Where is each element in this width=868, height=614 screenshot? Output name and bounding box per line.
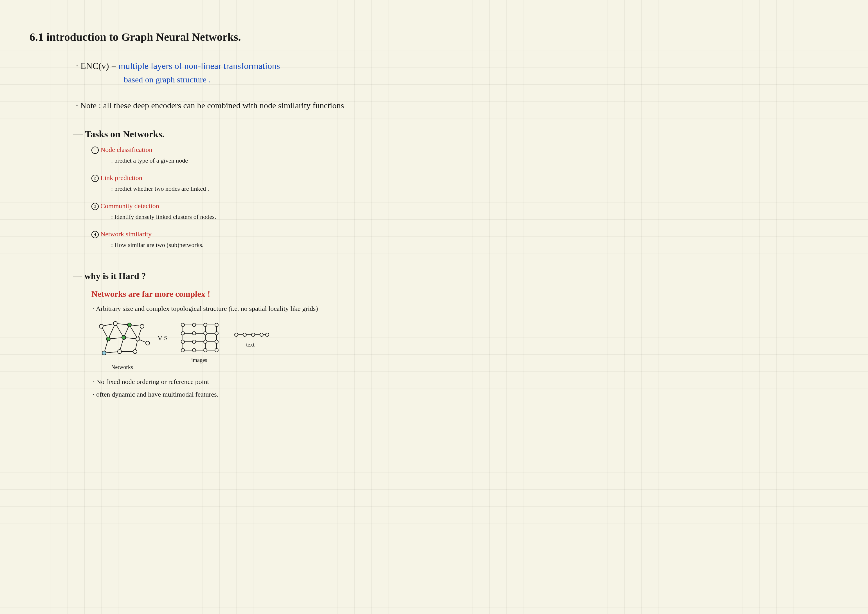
svg-line-5 (115, 324, 124, 338)
svg-point-45 (192, 340, 196, 343)
svg-point-41 (192, 332, 196, 335)
label-text: text (246, 342, 254, 347)
svg-point-39 (215, 323, 218, 327)
task-1: 1Node classification (91, 146, 152, 154)
task-2: 2Link prediction (91, 174, 142, 182)
image-grid-diagram (178, 321, 221, 352)
label-images: images (191, 357, 207, 363)
task-3-desc: : Identify densely linked clusters of no… (111, 214, 216, 220)
vs-label: V S (158, 335, 167, 341)
task-2-title: Link prediction (101, 174, 142, 181)
enc-def-1: multiple layers of non-linear transforma… (118, 61, 280, 71)
svg-point-50 (204, 349, 207, 352)
text-chain-diagram (234, 330, 270, 339)
task-4-title: Network similarity (101, 230, 152, 238)
svg-line-7 (129, 325, 138, 339)
num-circle-4: 4 (91, 231, 99, 238)
task-4: 4Network similarity (91, 231, 152, 238)
svg-point-26 (118, 350, 121, 354)
svg-point-24 (146, 341, 150, 345)
svg-point-47 (215, 340, 218, 343)
num-circle-3: 3 (91, 203, 99, 210)
task-1-desc: : predict a type of a given node (111, 158, 188, 164)
svg-point-22 (122, 336, 126, 340)
hard-bullet-3: · often dynamic and have multimodal feat… (93, 391, 219, 398)
enc-def-2: based on graph structure . (124, 75, 211, 84)
page-title: 6.1 introduction to Graph Neural Network… (29, 31, 241, 43)
enc-prefix: · ENC(v) = (76, 61, 118, 71)
enc-line: · ENC(v) = multiple layers of non-linear… (76, 61, 280, 70)
svg-point-57 (265, 333, 269, 336)
svg-point-36 (181, 323, 184, 327)
svg-line-4 (108, 324, 115, 339)
hard-complex: Networks are far more complex ! (91, 290, 210, 298)
tasks-heading: — Tasks on Networks. (73, 129, 164, 139)
num-circle-1: 1 (91, 147, 99, 154)
svg-point-54 (243, 333, 246, 336)
svg-point-23 (136, 337, 140, 341)
svg-point-21 (106, 337, 110, 341)
svg-point-48 (181, 349, 184, 352)
svg-point-40 (181, 332, 184, 335)
note-line: · Note : all these deep encoders can be … (76, 101, 344, 110)
svg-point-25 (102, 351, 106, 355)
task-2-desc: : predict whether two nodes are linked . (111, 186, 209, 192)
svg-point-18 (113, 321, 117, 326)
svg-point-51 (215, 349, 218, 352)
svg-point-43 (215, 332, 218, 335)
hard-heading: — why is it Hard ? (73, 271, 146, 281)
svg-point-53 (235, 333, 238, 336)
svg-point-37 (192, 323, 196, 327)
graph-diagram (93, 318, 152, 363)
svg-point-55 (251, 333, 255, 336)
task-4-desc: : How similar are two (sub)networks. (111, 242, 204, 248)
svg-line-9 (108, 338, 124, 339)
svg-point-27 (133, 350, 137, 354)
svg-point-17 (99, 324, 103, 328)
svg-point-42 (204, 332, 207, 335)
svg-line-15 (104, 352, 119, 353)
svg-point-20 (140, 324, 144, 328)
svg-point-44 (181, 340, 184, 343)
svg-point-46 (204, 340, 207, 343)
task-3: 3Community detection (91, 203, 159, 210)
num-circle-2: 2 (91, 175, 99, 182)
svg-point-56 (260, 333, 263, 336)
task-1-title: Node classification (101, 146, 152, 153)
svg-point-19 (127, 323, 131, 327)
svg-point-49 (192, 349, 196, 352)
hard-bullet-1: · Arbitrary size and complex topological… (93, 305, 318, 312)
task-3-title: Community detection (101, 202, 159, 209)
label-networks: Networks (111, 364, 133, 370)
svg-point-38 (204, 323, 207, 327)
hard-bullet-2: · No fixed node ordering or reference po… (93, 378, 209, 385)
